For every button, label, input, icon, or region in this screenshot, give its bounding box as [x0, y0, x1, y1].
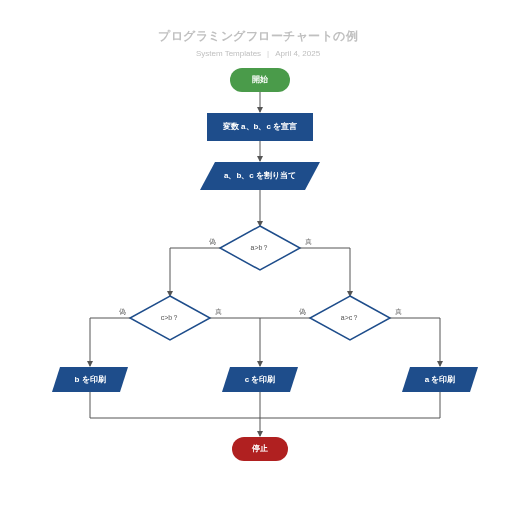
date: April 4, 2025	[275, 49, 320, 58]
label-print-c: c を印刷	[245, 375, 276, 384]
edge-d2-no: 偽	[119, 308, 126, 315]
flowchart: 開始 変数 a、b、c を宣言 a、b、c を割り当て a>b？ 偽 真 c>b…	[0, 58, 516, 508]
header: プログラミングフローチャートの例 System Templates|April …	[0, 0, 516, 58]
label-start: 開始	[252, 75, 269, 84]
label-declare: 変数 a、b、c を宣言	[222, 121, 297, 131]
edge-d3-yes: 真	[395, 308, 402, 316]
label-stop: 停止	[251, 444, 268, 453]
label-print-b: b を印刷	[74, 375, 105, 384]
meta: System Templates|April 4, 2025	[0, 49, 516, 58]
label-print-a: a を印刷	[425, 375, 456, 384]
edge-d1-yes: 真	[305, 238, 312, 246]
label-d2: c>b？	[161, 314, 179, 321]
author: System Templates	[196, 49, 261, 58]
edge-d2-yes: 真	[215, 308, 222, 316]
label-d1: a>b？	[251, 244, 270, 251]
page-title: プログラミングフローチャートの例	[0, 28, 516, 45]
edge-d3-no: 偽	[299, 308, 306, 315]
label-d3: a>c？	[341, 314, 359, 321]
edge-d1-no: 偽	[209, 238, 216, 245]
label-assign: a、b、c を割り当て	[224, 171, 296, 180]
